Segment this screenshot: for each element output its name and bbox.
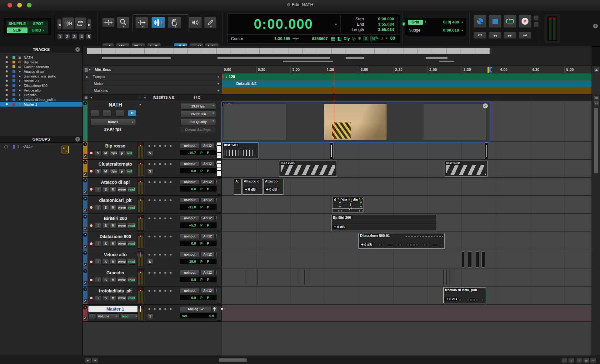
audio-clip-attacco-b[interactable]: Attacco d 0 dB — [242, 179, 263, 195]
selection-start-value[interactable]: 0:00.000 — [365, 16, 394, 22]
audio-clip-trottola[interactable]: trottola di latta_puli 0 dB — [443, 287, 486, 303]
patch-icon[interactable] — [83, 245, 88, 249]
grid-chevron-icon[interactable]: ▼ — [461, 21, 463, 24]
patch-icon[interactable] — [83, 208, 88, 212]
input-selector[interactable]: noinput — [180, 197, 200, 203]
vertical-scroll-thumb[interactable] — [594, 108, 598, 173]
horizontal-zoom-in-icon[interactable]: ⇥ — [92, 358, 98, 363]
solo-button[interactable]: S — [95, 168, 102, 174]
patch-icon[interactable] — [83, 172, 88, 176]
view-selector-button[interactable]: clps — [110, 168, 118, 174]
input-selector[interactable]: noinput — [180, 161, 200, 167]
record-enable-button[interactable] — [88, 168, 94, 174]
track-name[interactable]: Veloce alto▼ — [88, 252, 142, 257]
universe-overview[interactable] — [83, 46, 592, 66]
patch-icon[interactable] — [83, 227, 88, 231]
collapse-arrow-icon[interactable]: ▼ — [83, 101, 87, 105]
midi-clip-short[interactable] — [330, 142, 333, 159]
midi-merge-icon[interactable]: ◧ — [337, 36, 342, 41]
audio-clip-biribiri-200[interactable]: BiriBiri 200 0 dB — [331, 215, 437, 231]
zoom-in-arrow-button[interactable]: ▸ — [87, 19, 92, 30]
midi-keyboard-icon[interactable]: ▦ — [331, 36, 335, 41]
grid-value[interactable]: 0| 0| 480 — [432, 20, 459, 24]
nudge-value[interactable]: 0:00.010 — [432, 28, 459, 32]
automation-mode-button[interactable]: red — [126, 150, 133, 156]
insert-slots[interactable] — [148, 288, 172, 293]
collapse-arrow-icon[interactable]: ▼ — [83, 215, 87, 219]
solo-button[interactable]: S — [102, 259, 109, 265]
video-view-selector[interactable]: frames▼ — [90, 119, 136, 125]
play-loop-button[interactable] — [503, 15, 517, 28]
track-header-diamonicari-plt[interactable]: ▼ diamonicari_plt▼ ISMwaveread noinputAn… — [83, 196, 222, 214]
patch-icon[interactable] — [83, 263, 88, 267]
input-monitor-button[interactable]: I — [95, 187, 102, 192]
mini-keyboard[interactable] — [217, 160, 222, 177]
insert-slots[interactable] — [148, 180, 172, 185]
group-list-item[interactable]: ! <ALL> — [0, 144, 82, 149]
audio-clip-sliver[interactable] — [449, 269, 449, 284]
track-list-item[interactable]: ШCluster alternato — [0, 64, 82, 69]
volume-pan-readout[interactable]: -10.7PP — [180, 150, 217, 155]
track-name[interactable]: trotoladilata_plt▼ — [88, 288, 142, 294]
track-header-attacco-di-api[interactable]: ▼ Attacco di api▼ ISMwaveread noinputAnl… — [83, 178, 222, 196]
automation-mode-button[interactable]: red — [126, 168, 133, 174]
wait-for-note-icon[interactable]: ◎ — [352, 36, 356, 41]
audio-clip-sliver[interactable] — [247, 269, 247, 284]
audio-clip-sliver[interactable] — [443, 269, 444, 284]
lane-clusteralternato[interactable] — [222, 160, 592, 178]
input-selector[interactable]: noinput — [180, 179, 200, 185]
collapse-arrow-icon[interactable]: ▼ — [83, 305, 87, 309]
track-name-selected[interactable]: Master 1 — [88, 306, 142, 312]
chevron-down-icon[interactable]: ▼ — [139, 103, 142, 106]
volume-readout[interactable]: vol0.0 — [180, 313, 217, 318]
lane-diamonicari[interactable] — [222, 196, 592, 214]
horizontal-zoom-out-icon[interactable]: ⇤ — [85, 358, 91, 363]
insert-assignment-button[interactable]: N — [147, 259, 153, 265]
automation-mode-button[interactable]: read — [127, 223, 136, 228]
zoom-preset-5-button[interactable]: 5 — [86, 33, 92, 40]
collapse-arrow-icon[interactable]: ▼ — [83, 160, 87, 164]
insert-slots[interactable] — [148, 198, 172, 203]
scroll-up-icon[interactable]: ⏏ — [593, 67, 599, 73]
output-selector[interactable]: Anl12 — [201, 270, 214, 275]
track-name[interactable]: diamonicari_plt▼ — [88, 197, 142, 203]
note-value-icon[interactable]: ♪ — [381, 36, 383, 41]
volume-pan-readout[interactable]: -31.0PP — [180, 204, 217, 210]
input-monitor-button[interactable]: I — [95, 295, 102, 301]
output-selector[interactable]: Analog 1-2 — [180, 306, 212, 312]
playlist-button[interactable]: p — [118, 150, 125, 156]
audio-clip-sliver[interactable] — [476, 251, 479, 267]
meter-ruler-label[interactable]: Meter+ — [83, 80, 222, 87]
input-selector[interactable]: noinput — [180, 252, 200, 257]
tracks-panel-header[interactable]: TRACKS ▼ — [0, 46, 82, 53]
collapse-arrow-icon[interactable]: ▼ — [83, 233, 87, 237]
audio-clip-sliver[interactable] — [455, 269, 455, 284]
zoom-minus-icon[interactable]: − — [576, 358, 582, 363]
automation-mode-button[interactable]: read — [127, 187, 136, 192]
collapse-arrow-icon[interactable]: ▼ — [83, 251, 87, 255]
pencil-tool-button[interactable]: ▼ — [204, 17, 217, 28]
record-enable-button[interactable] — [88, 150, 94, 156]
zoom-preset-3-button[interactable]: 3 — [72, 33, 77, 40]
audio-clip-sliver[interactable] — [462, 251, 464, 267]
track-name[interactable]: Clusteralternato▼ — [88, 161, 142, 167]
lane-gracidio[interactable] — [222, 268, 592, 287]
video-clip-nath[interactable]: NATH ✓ — [221, 102, 490, 142]
main-counter[interactable]: 0:00.000 — [233, 16, 333, 32]
horizontal-scroll-thumb[interactable] — [219, 358, 247, 362]
audio-clip-sliver[interactable] — [482, 251, 485, 267]
solo-button[interactable]: S — [102, 223, 109, 228]
record-enable-button[interactable] — [88, 259, 94, 265]
patch-icon[interactable] — [83, 316, 88, 320]
transport-expand-top-button[interactable] — [533, 15, 539, 21]
output-fader-icon[interactable] — [212, 306, 217, 312]
zoomer-tool-button[interactable]: ▼ — [117, 17, 129, 28]
rewind-button[interactable]: ◂◂ — [488, 32, 502, 39]
mode-spot-button[interactable]: SPOT — [28, 21, 48, 27]
grid-note-icon[interactable]: ♪ — [424, 19, 427, 25]
markers-ruler[interactable] — [222, 87, 592, 94]
pencil-tempo-icon[interactable]: ✎ — [375, 36, 379, 41]
audio-clip-diamonica-group[interactable]: d dia dia — [332, 197, 363, 212]
track-header-gracidio[interactable]: ▼ Gracidio▼ ISMwaveread noinputAnl12 0.0… — [83, 268, 222, 287]
mute-button[interactable]: M — [110, 259, 117, 265]
